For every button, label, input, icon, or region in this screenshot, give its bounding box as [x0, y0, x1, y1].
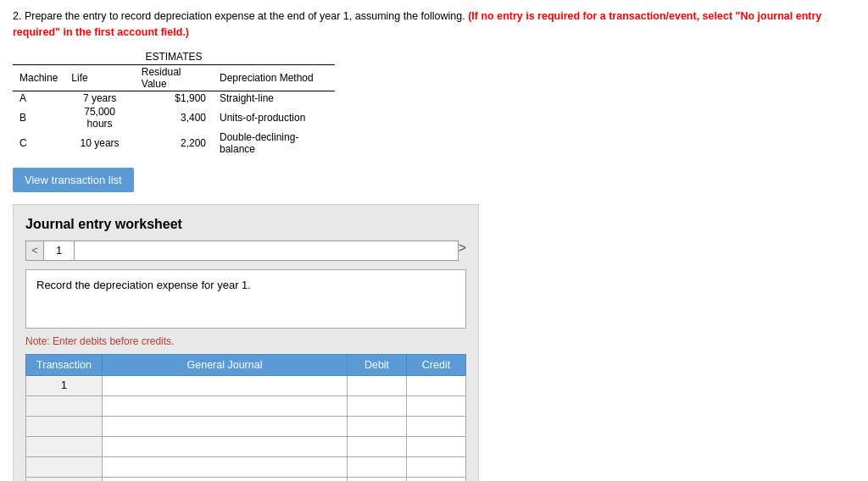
estimates-title: ESTIMATES — [13, 51, 335, 65]
description-box: Record the depreciation expense for year… — [25, 269, 466, 329]
note-text: Note: Enter debits before credits. — [25, 335, 466, 347]
page-container: 2. Prepare the entry to record depreciat… — [0, 0, 868, 481]
credit-input[interactable] — [410, 439, 462, 455]
col-credit: Credit — [407, 354, 466, 375]
credit-cell[interactable] — [407, 477, 466, 481]
worksheet-title: Journal entry worksheet — [25, 217, 466, 232]
general-journal-input[interactable] — [106, 378, 343, 394]
estimates-cell: 7 years — [64, 91, 134, 105]
general-journal-cell[interactable] — [103, 456, 348, 477]
credit-input[interactable] — [410, 378, 462, 394]
credit-cell[interactable] — [407, 395, 466, 416]
table-row — [26, 456, 466, 477]
table-row — [26, 395, 466, 416]
general-journal-cell[interactable] — [103, 477, 348, 481]
debit-cell[interactable] — [348, 477, 407, 481]
debit-cell[interactable] — [348, 436, 407, 456]
debit-input[interactable] — [351, 439, 403, 455]
tab-number: 1 — [44, 240, 75, 261]
credit-input[interactable] — [410, 418, 462, 434]
table-row: 1 — [26, 375, 466, 395]
next-tab-button[interactable]: > — [459, 240, 466, 256]
estimates-cell: 3,400 — [135, 105, 213, 130]
credit-cell[interactable] — [407, 416, 466, 436]
credit-input[interactable] — [410, 459, 462, 475]
general-journal-input[interactable] — [106, 398, 343, 414]
view-transaction-button[interactable]: View transaction list — [13, 168, 134, 192]
transaction-cell: 1 — [26, 375, 103, 395]
table-row — [26, 436, 466, 456]
credit-cell[interactable] — [407, 436, 466, 456]
transaction-cell — [26, 395, 103, 416]
estimates-cell: B — [13, 105, 64, 130]
debit-input[interactable] — [351, 459, 403, 475]
tab-navigation: < 1 > — [25, 240, 466, 261]
estimates-cell: Straight-line — [213, 91, 335, 105]
estimates-cell: 10 years — [64, 130, 134, 156]
general-journal-input[interactable] — [106, 418, 343, 434]
debit-cell[interactable] — [348, 456, 407, 477]
credit-cell[interactable] — [407, 456, 466, 477]
question-number: 2. — [13, 10, 21, 22]
table-row — [26, 477, 466, 481]
journal-table: Transaction General Journal Debit Credit… — [25, 354, 466, 482]
worksheet-container: Journal entry worksheet < 1 > Record the… — [13, 204, 479, 482]
estimates-cell: C — [13, 130, 64, 156]
col-general-journal: General Journal — [103, 354, 348, 375]
general-journal-cell[interactable] — [103, 375, 348, 395]
debit-cell[interactable] — [348, 416, 407, 436]
debit-input[interactable] — [351, 398, 403, 414]
col-header-life: Life — [64, 65, 134, 91]
estimates-section: ESTIMATES Machine Life Residual Value De… — [13, 51, 855, 156]
table-row — [26, 416, 466, 436]
debit-cell[interactable] — [348, 395, 407, 416]
question-text: 2. Prepare the entry to record depreciat… — [13, 8, 855, 41]
description-text: Record the depreciation expense for year… — [36, 279, 251, 291]
transaction-cell — [26, 477, 103, 481]
transaction-cell — [26, 436, 103, 456]
col-header-machine: Machine — [13, 65, 64, 91]
tab-blank — [75, 240, 459, 261]
estimates-cell: A — [13, 91, 64, 105]
debit-input[interactable] — [351, 378, 403, 394]
debit-input[interactable] — [351, 418, 403, 434]
estimates-cell: $1,900 — [135, 91, 213, 105]
prev-tab-button[interactable]: < — [25, 240, 44, 261]
transaction-cell — [26, 456, 103, 477]
col-debit: Debit — [348, 354, 407, 375]
estimates-cell: 75,000 hours — [64, 105, 134, 130]
estimates-cell: Units-of-production — [213, 105, 335, 130]
question-body: Prepare the entry to record depreciation… — [25, 10, 465, 22]
transaction-cell — [26, 416, 103, 436]
general-journal-cell[interactable] — [103, 436, 348, 456]
credit-input[interactable] — [410, 398, 462, 414]
general-journal-cell[interactable] — [103, 416, 348, 436]
general-journal-cell[interactable] — [103, 395, 348, 416]
credit-cell[interactable] — [407, 375, 466, 395]
col-header-residual: Residual Value — [135, 65, 213, 91]
general-journal-input[interactable] — [106, 439, 343, 455]
estimates-cell: 2,200 — [135, 130, 213, 156]
general-journal-input[interactable] — [106, 459, 343, 475]
col-transaction: Transaction — [26, 354, 103, 375]
estimates-cell: Double-declining-balance — [213, 130, 335, 156]
debit-cell[interactable] — [348, 375, 407, 395]
col-header-method: Depreciation Method — [213, 65, 335, 91]
estimates-table: Machine Life Residual Value Depreciation… — [13, 65, 335, 156]
